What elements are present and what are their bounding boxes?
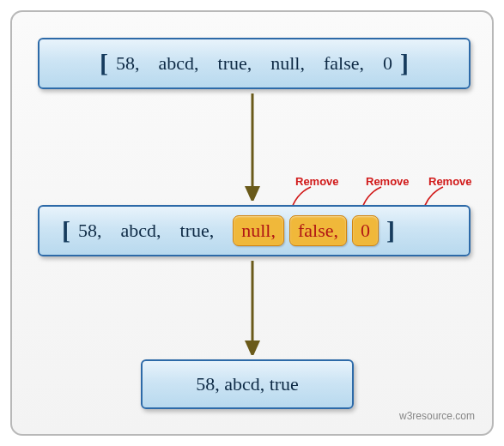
array-item: 58,: [113, 52, 156, 75]
diagram-frame: [ 58, abcd, true, null, false, 0 ] Remov…: [10, 10, 494, 436]
bracket-open: [: [57, 216, 76, 245]
array-item: null,: [268, 52, 321, 75]
array-box-highlighted: [ 58, abcd, true, null, false, 0 ]: [38, 205, 471, 256]
array-tokens-1: 58, abcd, true, null, false, 0: [113, 52, 395, 75]
array-item: true,: [216, 52, 269, 75]
array-item: abcd,: [118, 220, 178, 242]
arrow-down-icon: [240, 93, 265, 201]
remove-label: Remove: [295, 175, 339, 188]
watermark-text: w3resource.com: [399, 410, 475, 422]
result-text: 58, abcd, true: [196, 373, 299, 395]
array-item: true,: [178, 220, 231, 242]
diagram-canvas: [ 58, abcd, true, null, false, 0 ] Remov…: [0, 0, 504, 446]
array-box-result: 58, abcd, true: [141, 359, 354, 409]
remove-label: Remove: [428, 175, 472, 188]
array-box-original: [ 58, abcd, true, null, false, 0 ]: [38, 38, 471, 89]
array-tokens-2: 58, abcd, true, null, false, 0: [76, 215, 381, 246]
highlighted-item: 0: [352, 215, 379, 246]
arrow-down-icon: [240, 261, 265, 355]
array-item: 0: [380, 52, 395, 75]
svg-marker-1: [245, 186, 260, 201]
array-item: false,: [321, 52, 380, 75]
remove-label: Remove: [366, 175, 410, 188]
array-item: 58,: [76, 220, 118, 242]
bracket-close: ]: [381, 216, 400, 245]
bracket-close: ]: [395, 49, 414, 78]
highlighted-item: false,: [289, 215, 347, 246]
svg-marker-6: [245, 341, 260, 355]
bracket-open: [: [94, 49, 113, 78]
highlighted-item: null,: [233, 215, 284, 246]
array-item: abcd,: [156, 52, 216, 75]
